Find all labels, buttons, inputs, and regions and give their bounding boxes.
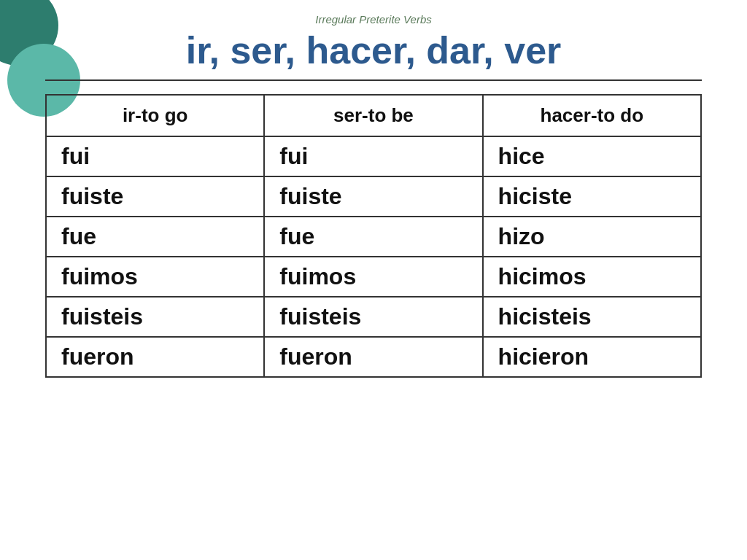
cell-0-2: hice [483, 136, 701, 176]
cell-3-0: fuimos [46, 257, 264, 297]
cell-5-1: fueron [264, 337, 482, 377]
page-title: ir, ser, hacer, dar, ver [186, 28, 562, 72]
cell-1-2: hiciste [483, 176, 701, 217]
verb-table: ir-to go ser-to be hacer-to do fui fui h… [45, 94, 702, 378]
cell-1-1: fuiste [264, 176, 482, 217]
table-row: fuiste fuiste hiciste [46, 176, 701, 217]
cell-0-1: fui [264, 136, 482, 176]
cell-0-0: fui [46, 136, 264, 176]
table-row: fuisteis fuisteis hicisteis [46, 297, 701, 337]
cell-1-0: fuiste [46, 176, 264, 217]
header-col-2: ser-to be [264, 95, 482, 136]
table-row: fuimos fuimos hicimos [46, 257, 701, 297]
cell-4-1: fuisteis [264, 297, 482, 337]
title-divider [45, 79, 702, 81]
cell-3-2: hicimos [483, 257, 701, 297]
cell-4-2: hicisteis [483, 297, 701, 337]
table-row: fueron fueron hicieron [46, 337, 701, 377]
table-header-row: ir-to go ser-to be hacer-to do [46, 95, 701, 136]
table-row: fue fue hizo [46, 217, 701, 257]
cell-2-0: fue [46, 217, 264, 257]
header-col-3: hacer-to do [483, 95, 701, 136]
cell-3-1: fuimos [264, 257, 482, 297]
cell-5-2: hicieron [483, 337, 701, 377]
page-subtitle: Irregular Preterite Verbs [315, 13, 432, 26]
cell-2-1: fue [264, 217, 482, 257]
header-col-1: ir-to go [46, 95, 264, 136]
cell-4-0: fuisteis [46, 297, 264, 337]
cell-5-0: fueron [46, 337, 264, 377]
table-row: fui fui hice [46, 136, 701, 176]
page-container: Irregular Preterite Verbs ir, ser, hacer… [0, 0, 747, 560]
cell-2-2: hizo [483, 217, 701, 257]
